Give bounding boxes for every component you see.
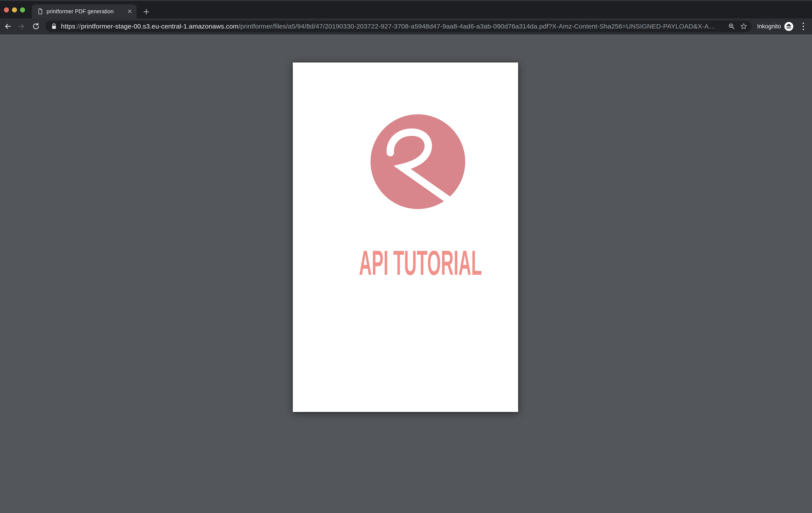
star-icon[interactable]: [740, 23, 747, 30]
pdf-title-svg: API TUTORIAL: [359, 246, 482, 283]
tab-strip: printformer PDF generation: [0, 1, 812, 18]
incognito-label: Inkognito: [757, 18, 781, 34]
lock-icon[interactable]: [51, 23, 57, 30]
arrow-left-icon: [4, 22, 12, 30]
window-controls: [4, 7, 25, 12]
reload-button[interactable]: [32, 22, 40, 30]
url-text: https://printformer-stage-00.s3.eu-centr…: [61, 23, 719, 30]
address-bar[interactable]: https://printformer-stage-00.s3.eu-centr…: [45, 21, 752, 32]
close-window-button[interactable]: [4, 7, 9, 12]
zoom-in-icon[interactable]: [728, 23, 735, 30]
incognito-icon: [784, 22, 793, 31]
kebab-menu-icon[interactable]: [802, 22, 805, 31]
back-button[interactable]: [4, 22, 12, 30]
plus-icon: [143, 8, 150, 15]
active-tab[interactable]: printformer PDF generation: [32, 4, 137, 18]
arrow-right-icon: [18, 22, 25, 30]
minimize-window-button[interactable]: [12, 7, 17, 12]
pdf-title-text: API TUTORIAL: [359, 243, 482, 282]
close-tab-icon[interactable]: [127, 8, 133, 14]
url-scheme: https: [61, 23, 75, 30]
tab-title: printformer PDF generation: [47, 8, 123, 15]
forward-button[interactable]: [18, 22, 25, 30]
url-path: /printformer/files/a5/94/8d/47/20190330-…: [238, 23, 715, 30]
pdf-viewer-area[interactable]: API TUTORIAL: [0, 34, 812, 513]
new-tab-button[interactable]: [141, 6, 152, 18]
pdf-page: API TUTORIAL: [293, 62, 518, 412]
document-icon: [38, 8, 43, 15]
zoom-window-button[interactable]: [20, 7, 25, 12]
printformer-logo: [371, 114, 465, 209]
reload-icon: [32, 22, 40, 30]
url-domain: printformer-stage-00.s3.eu-central-1.ama…: [81, 23, 239, 30]
url-delimiter: ://: [75, 23, 81, 30]
browser-toolbar: https://printformer-stage-00.s3.eu-centr…: [0, 18, 812, 34]
